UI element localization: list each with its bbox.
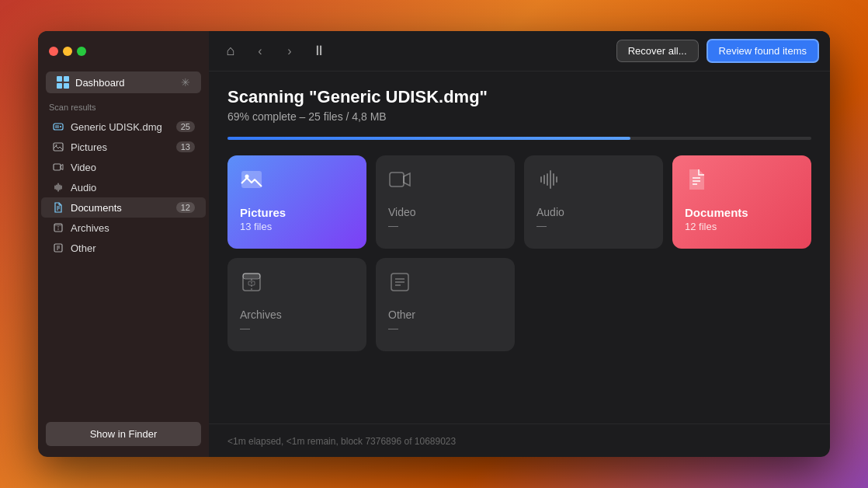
category-name-audio: Audio: [536, 206, 564, 218]
recover-all-button[interactable]: Recover all...: [616, 40, 699, 62]
maximize-button[interactable]: [77, 47, 86, 56]
video-card-icon: [388, 168, 411, 197]
category-count-video: —: [388, 220, 398, 232]
main-footer: <1m elapsed, <1m remain, block 7376896 o…: [209, 424, 830, 457]
sidebar-item-documents[interactable]: Documents 12: [41, 197, 206, 218]
svg-rect-23: [243, 274, 260, 279]
main-content: Scanning "Generic UDISK.dmg" 69% complet…: [209, 71, 830, 424]
svg-rect-18: [390, 173, 404, 186]
loading-icon: ✳: [181, 76, 190, 89]
review-found-items-button[interactable]: Review found items: [707, 39, 819, 63]
sidebar-item-generic-udisk[interactable]: Generic UDISK.dmg 25: [41, 117, 206, 137]
audio-icon: [52, 181, 64, 193]
dashboard-label: Dashboard: [75, 77, 175, 89]
sidebar: Dashboard ✳ Scan results Generic UDISK.d…: [38, 31, 209, 457]
other-icon: [52, 242, 64, 254]
archives-icon: [52, 221, 64, 234]
category-card-archives[interactable]: Archives —: [227, 258, 366, 351]
video-icon: [52, 161, 64, 173]
sidebar-item-name-audio: Audio: [71, 182, 195, 193]
back-button[interactable]: ‹: [249, 40, 271, 62]
documents-card-icon: [685, 168, 708, 197]
svg-rect-5: [54, 164, 61, 170]
titlebar-sidebar: [38, 31, 209, 71]
sidebar-badge-documents: 12: [176, 202, 195, 213]
main-titlebar: ⌂ ‹ › ⏸ Recover all... Review found item…: [209, 31, 830, 71]
progress-bar-fill: [227, 137, 630, 140]
sidebar-badge-generic-udisk: 25: [176, 121, 195, 132]
category-card-documents[interactable]: Documents 12 files: [672, 155, 811, 249]
sidebar-item-name-documents: Documents: [71, 202, 170, 214]
sidebar-item-other[interactable]: Other: [41, 238, 206, 258]
close-button[interactable]: [49, 47, 58, 56]
sidebar-item-name-archives: Archives: [71, 222, 195, 234]
svg-rect-1: [55, 125, 59, 128]
main-panel: ⌂ ‹ › ⏸ Recover all... Review found item…: [209, 31, 830, 457]
sidebar-footer: Show in Finder: [38, 411, 209, 457]
traffic-lights: [49, 47, 86, 56]
pictures-card-icon: [240, 168, 263, 197]
other-card-icon: [388, 270, 411, 299]
forward-button[interactable]: ›: [279, 40, 300, 62]
dashboard-item[interactable]: Dashboard ✳: [46, 71, 201, 93]
category-count-other: —: [388, 322, 398, 334]
sidebar-item-audio[interactable]: Audio: [41, 177, 206, 197]
svg-point-2: [60, 126, 61, 127]
sidebar-item-pictures[interactable]: Pictures 13: [41, 137, 206, 157]
home-button[interactable]: ⌂: [220, 40, 241, 62]
disk-icon: [52, 120, 64, 133]
category-name-documents: Documents: [685, 206, 748, 219]
minimize-button[interactable]: [63, 47, 72, 56]
category-card-other[interactable]: Other —: [376, 258, 515, 351]
category-name-video: Video: [388, 206, 416, 218]
categories-grid: Pictures 13 files Video —: [227, 155, 811, 351]
audio-card-icon: [536, 168, 560, 197]
pictures-icon: [52, 141, 64, 153]
scan-subtitle: 69% complete – 25 files / 4,8 MB: [227, 110, 811, 123]
category-count-pictures: 13 files: [240, 221, 272, 232]
category-card-audio[interactable]: Audio —: [524, 155, 663, 249]
status-text: <1m elapsed, <1m remain, block 7376896 o…: [227, 436, 456, 447]
show-in-finder-button[interactable]: Show in Finder: [46, 422, 201, 446]
category-count-documents: 12 files: [685, 221, 717, 232]
documents-icon: [52, 201, 64, 214]
main-window: Dashboard ✳ Scan results Generic UDISK.d…: [38, 31, 830, 457]
scan-title: Scanning "Generic UDISK.dmg": [227, 87, 811, 107]
svg-rect-10: [54, 224, 62, 226]
category-count-archives: —: [240, 322, 250, 334]
sidebar-item-name-pictures: Pictures: [71, 141, 170, 153]
category-count-audio: —: [536, 220, 547, 232]
dashboard-icon: [57, 76, 69, 89]
category-name-archives: Archives: [240, 308, 282, 321]
sidebar-item-name-other: Other: [71, 242, 195, 254]
archives-card-icon: [240, 270, 263, 299]
progress-bar-container: [227, 137, 811, 140]
scan-results-label: Scan results: [38, 93, 209, 117]
sidebar-item-name-video: Video: [71, 162, 195, 173]
sidebar-item-name-generic-udisk: Generic UDISK.dmg: [71, 121, 170, 133]
category-card-pictures[interactable]: Pictures 13 files: [227, 155, 366, 249]
category-card-video[interactable]: Video —: [376, 155, 515, 249]
category-name-other: Other: [388, 308, 415, 321]
sidebar-item-archives[interactable]: Archives: [41, 218, 206, 238]
category-name-pictures: Pictures: [240, 206, 286, 219]
pause-button[interactable]: ⏸: [308, 40, 330, 62]
sidebar-badge-pictures: 13: [176, 141, 195, 152]
sidebar-item-video[interactable]: Video: [41, 157, 206, 177]
